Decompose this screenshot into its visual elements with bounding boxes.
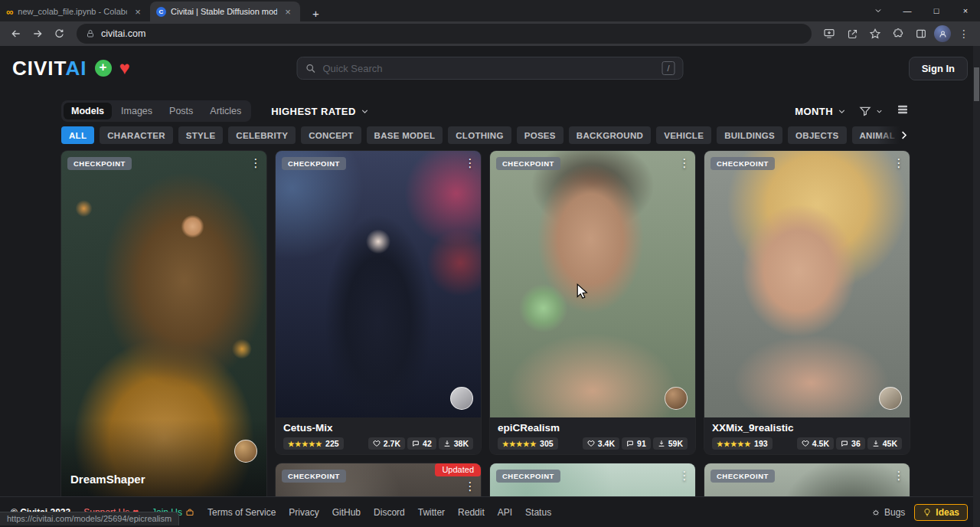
chip-vehicle[interactable]: VEHICLE	[656, 126, 711, 144]
card-menu-icon[interactable]: ⋮	[461, 477, 479, 496]
downloads-count: 59K	[668, 439, 683, 448]
reload-button[interactable]	[49, 24, 69, 44]
category-chips-row: ALL CHARACTER STYLE CELEBRITY CONCEPT BA…	[61, 126, 910, 144]
side-panel-icon[interactable]	[911, 24, 931, 44]
chip-character[interactable]: CHARACTER	[100, 126, 173, 144]
footer-link-api[interactable]: API	[498, 507, 512, 518]
chip-objects[interactable]: OBJECTS	[788, 126, 846, 144]
tab-images[interactable]: Images	[113, 103, 160, 119]
share-icon[interactable]	[842, 24, 862, 44]
back-button[interactable]	[6, 24, 26, 44]
card-menu-icon[interactable]: ⋮	[675, 154, 694, 172]
chip-celebrity[interactable]: CELEBRITY	[228, 126, 296, 144]
forward-button[interactable]	[28, 24, 47, 44]
chip-buildings[interactable]: BUILDINGS	[717, 126, 782, 144]
card-menu-icon[interactable]: ⋮	[675, 466, 694, 485]
stat-pills: 3.4K 91 59K	[583, 437, 688, 450]
tab-articles[interactable]: Articles	[202, 103, 249, 119]
likes-count: 2.7K	[384, 439, 400, 448]
creator-avatar[interactable]	[879, 387, 902, 410]
extensions-puzzle-icon[interactable]	[888, 24, 908, 44]
card-stats: ★★★★★225 2.7K 42 38K	[283, 437, 473, 450]
bookmark-star-icon[interactable]	[865, 24, 885, 44]
footer-link-twitter[interactable]: Twitter	[418, 507, 445, 518]
comment-icon	[841, 440, 848, 447]
site-header: CIVITAI + ♥ / Sign In	[0, 46, 980, 90]
footer-link-discord[interactable]: Discord	[374, 507, 405, 518]
filter-dropdown[interactable]	[859, 105, 884, 117]
comments-pill: 91	[622, 437, 651, 450]
downloads-pill: 59K	[653, 437, 688, 450]
search-input[interactable]	[323, 63, 656, 74]
creator-avatar[interactable]	[234, 440, 257, 463]
scrollbar-track[interactable]	[973, 46, 980, 527]
grid-column: CHECKPOINT ⋮ XXMix_9realistic ★★★★★193 4…	[704, 151, 910, 527]
chrome-menu-icon[interactable]: ⋮	[954, 28, 974, 40]
tab-colab[interactable]: ∞ new_colab_file.ipynb - Colaborat ×	[0, 2, 150, 21]
quick-search-bar[interactable]: /	[297, 57, 684, 80]
footer-link-privacy[interactable]: Privacy	[289, 507, 318, 518]
heart-icon	[587, 440, 595, 447]
bugs-button[interactable]: Bugs	[871, 507, 905, 518]
tab-models[interactable]: Models	[64, 103, 112, 119]
nav-right-controls: MONTH	[795, 103, 910, 119]
model-name: epiCRealism	[498, 422, 688, 434]
new-tab-button[interactable]: +	[306, 5, 325, 21]
creator-avatar[interactable]	[665, 387, 688, 410]
grid-column: CHECKPOINT ⋮ epiCRealism ★★★★★305 3.4K 9…	[490, 151, 695, 527]
footer-link-reddit[interactable]: Reddit	[458, 507, 485, 518]
address-bar[interactable]: civitai.com	[77, 24, 812, 44]
chip-concept[interactable]: CONCEPT	[301, 126, 361, 144]
card-menu-icon[interactable]: ⋮	[890, 466, 908, 485]
model-card-epicrealism[interactable]: CHECKPOINT ⋮ epiCRealism ★★★★★305 3.4K 9…	[490, 151, 695, 454]
install-app-icon[interactable]	[819, 24, 839, 44]
civitai-logo[interactable]: CIVITAI	[12, 57, 87, 80]
model-card-xxmix9realistic[interactable]: CHECKPOINT ⋮ XXMix_9realistic ★★★★★193 4…	[704, 151, 910, 454]
scrollbar-thumb[interactable]	[974, 67, 979, 101]
browser-tab-bar: ∞ new_colab_file.ipynb - Colaborat × C C…	[0, 0, 980, 21]
close-window-button[interactable]: ×	[951, 0, 980, 21]
footer-link-terms[interactable]: Terms of Service	[207, 507, 276, 518]
download-icon	[658, 440, 665, 447]
sign-in-button[interactable]: Sign In	[909, 57, 968, 80]
card-menu-icon[interactable]: ⋮	[890, 154, 908, 172]
chip-all[interactable]: ALL	[61, 126, 94, 144]
model-card-dreamshaper[interactable]: CHECKPOINT ⋮ DreamShaper	[61, 151, 266, 511]
footer-link-status[interactable]: Status	[525, 507, 551, 518]
profile-avatar[interactable]	[934, 25, 951, 42]
stat-pills: 2.7K 42 38K	[368, 437, 473, 450]
layout-toggle-icon[interactable]	[896, 103, 910, 119]
maximize-button[interactable]: □	[922, 0, 951, 21]
support-heart-icon[interactable]: ♥	[119, 59, 130, 77]
period-dropdown[interactable]: MONTH	[795, 106, 847, 117]
card-stats: ★★★★★305 3.4K 91 59K	[498, 437, 688, 450]
chips-scroll-right[interactable]	[877, 126, 910, 144]
sort-dropdown[interactable]: HIGHEST RATED	[271, 106, 369, 117]
card-menu-icon[interactable]: ⋮	[461, 154, 479, 172]
ideas-button[interactable]: Ideas	[914, 504, 968, 521]
model-type-badge: CHECKPOINT	[67, 157, 132, 170]
tab-search-chevron-icon[interactable]	[864, 0, 893, 21]
tab-posts[interactable]: Posts	[162, 103, 201, 119]
model-card-cetus-mix[interactable]: CHECKPOINT ⋮ Cetus-Mix ★★★★★225 2.7K 42 …	[276, 151, 481, 454]
tab-close-icon[interactable]: ×	[282, 6, 294, 18]
search-icon	[305, 63, 317, 74]
chevron-right-icon	[898, 129, 910, 141]
minimize-button[interactable]: —	[893, 0, 922, 21]
chip-poses[interactable]: POSES	[517, 126, 564, 144]
tab-close-icon[interactable]: ×	[132, 6, 144, 18]
colab-favicon-icon: ∞	[6, 7, 13, 17]
model-type-badge: CHECKPOINT	[496, 470, 560, 483]
footer-right: Bugs Ideas	[871, 504, 968, 521]
chip-clothing[interactable]: CLOTHING	[448, 126, 511, 144]
footer-link-github[interactable]: GitHub	[332, 507, 361, 518]
tab-civitai[interactable]: C Civitai | Stable Diffusion models, ×	[150, 2, 300, 21]
chip-background[interactable]: BACKGROUND	[569, 126, 651, 144]
card-menu-icon[interactable]: ⋮	[247, 154, 265, 172]
chip-style[interactable]: STYLE	[178, 126, 224, 144]
tab-title: Civitai | Stable Diffusion models,	[171, 7, 277, 16]
creator-avatar[interactable]	[450, 387, 473, 410]
create-plus-icon[interactable]: +	[95, 60, 112, 77]
chip-base-model[interactable]: BASE MODEL	[367, 126, 443, 144]
comments-pill: 42	[407, 437, 436, 450]
